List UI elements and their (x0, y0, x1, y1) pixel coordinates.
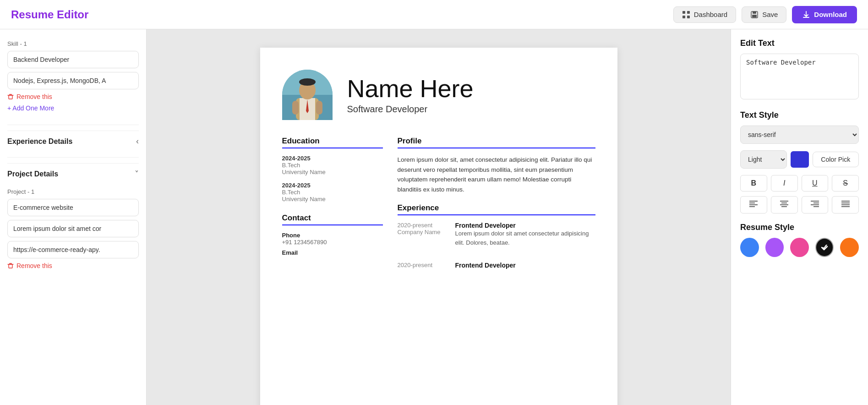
profile-text[interactable]: Lorem ipsum dolor sit, amet consectetur … (398, 155, 595, 194)
underline-button[interactable]: U (802, 175, 829, 192)
style-pink-button[interactable] (790, 238, 809, 257)
italic-button[interactable]: I (771, 175, 798, 192)
svg-rect-7 (9, 95, 12, 99)
exp-desc-1: Lorem ipsum dolor sit amet consectetur a… (455, 229, 595, 247)
color-pick-button[interactable]: Color Pick (813, 152, 859, 167)
phone-value: +91 1234567890 (282, 239, 383, 246)
person-avatar-svg (282, 70, 333, 120)
align-right-button[interactable] (802, 196, 829, 213)
right-panel: Edit Text Software Developer Text Style … (731, 29, 868, 405)
project-remove-button[interactable]: Remove this (7, 262, 52, 269)
exp-title-1: Frontend Developer (455, 222, 595, 229)
resume-style-title: Resume Style (740, 223, 859, 232)
resume-header: Name Here Software Developer (282, 70, 595, 120)
resume-paper: Name Here Software Developer Education 2… (260, 48, 617, 405)
trash-icon (7, 93, 14, 100)
resume-name-block: Name Here Software Developer (347, 75, 474, 115)
edu-year-1: 2024-2025 (282, 155, 383, 162)
avatar (282, 70, 333, 120)
email-label: Email (282, 249, 383, 256)
edit-text-title: Edit Text (740, 38, 859, 48)
color-swatch[interactable] (791, 151, 809, 168)
dashboard-button[interactable]: Dashboard (673, 6, 736, 23)
align-justify-button[interactable] (832, 196, 859, 213)
resume-canvas: Name Here Software Developer Education 2… (147, 29, 731, 405)
add-more-button[interactable]: + Add One More (7, 104, 54, 112)
education-heading[interactable]: Education (282, 137, 383, 148)
dashboard-icon (682, 11, 690, 19)
app-title: Resume Editor (11, 8, 88, 21)
skill-remove-label: Remove this (16, 93, 52, 100)
skill-name-input[interactable] (7, 51, 139, 68)
edu-school-2: University Name (282, 196, 383, 202)
text-format-row: B I U S (740, 175, 859, 192)
main-layout: Skill - 1 Remove this + Add One More Exp… (0, 29, 868, 405)
font-weight-row: Light Regular Bold Color Pick (740, 150, 859, 169)
style-black-button[interactable] (815, 238, 834, 257)
strikethrough-button[interactable]: S (832, 175, 859, 192)
style-blue-button[interactable] (740, 238, 759, 257)
project-section-header[interactable]: Project Details ˅ (7, 163, 139, 185)
edu-school-1: University Name (282, 169, 383, 175)
svg-rect-8 (9, 264, 12, 268)
style-purple-button[interactable] (765, 238, 784, 257)
align-right-icon (811, 200, 819, 208)
edu-entry-1: 2024-2025 B.Tech University Name (282, 155, 383, 175)
svg-rect-0 (682, 11, 685, 14)
font-family-select[interactable]: sans-serif serif monospace (740, 126, 859, 144)
align-left-button[interactable] (740, 196, 767, 213)
save-icon (750, 11, 759, 19)
align-center-button[interactable] (771, 196, 798, 213)
phone-label: Phone (282, 232, 383, 239)
experience-chevron-icon: ‹ (136, 137, 139, 146)
svg-rect-1 (687, 11, 690, 14)
align-left-icon (749, 200, 758, 208)
selected-check-icon (820, 243, 829, 252)
project-url-input[interactable] (7, 241, 139, 258)
font-weight-select[interactable]: Light Regular Bold (740, 150, 787, 169)
add-more-label: + Add One More (7, 104, 54, 112)
experience-section-header[interactable]: Experience Details ‹ (7, 131, 139, 152)
resume-name[interactable]: Name Here (347, 75, 474, 102)
resume-right-col: Profile Lorem ipsum dolor sit, amet cons… (398, 137, 595, 269)
align-justify-icon (841, 200, 850, 208)
header-actions: Dashboard Save Download (673, 6, 857, 23)
svg-rect-16 (292, 101, 299, 115)
project-section-title: Project Details (7, 170, 58, 178)
align-center-icon (780, 200, 788, 208)
edu-degree-2: B.Tech (282, 189, 383, 196)
edit-text-textarea[interactable]: Software Developer (740, 54, 859, 99)
skill-desc-input[interactable] (7, 72, 139, 89)
experience-section-title: Experience Details (7, 137, 72, 146)
color-pick-label: Color Pick (821, 156, 850, 163)
save-button[interactable]: Save (742, 6, 786, 23)
profile-heading[interactable]: Profile (398, 137, 595, 148)
project-name-input[interactable] (7, 199, 139, 216)
bold-button[interactable]: B (740, 175, 767, 192)
project-remove-label: Remove this (16, 262, 52, 269)
exp-entry-1: 2020-present Company Name Frontend Devel… (398, 222, 595, 254)
resume-left-col: Education 2024-2025 B.Tech University Na… (282, 137, 383, 269)
svg-rect-2 (682, 16, 685, 18)
exp-title-2: Frontend Developer (455, 262, 516, 269)
resume-job-title[interactable]: Software Developer (347, 104, 474, 115)
skill-remove-button[interactable]: Remove this (7, 93, 52, 100)
resume-style-circles (740, 238, 859, 257)
project-desc-input[interactable] (7, 220, 139, 237)
download-button[interactable]: Download (792, 6, 857, 23)
exp-period-1: 2020-present (398, 222, 448, 229)
resume-body: Education 2024-2025 B.Tech University Na… (282, 137, 595, 269)
save-label: Save (762, 11, 778, 18)
svg-rect-17 (316, 101, 322, 115)
style-orange-button[interactable] (840, 238, 859, 257)
contact-heading[interactable]: Contact (282, 213, 383, 225)
skill-section-label: Skill - 1 (7, 40, 139, 47)
download-icon (802, 11, 810, 19)
svg-rect-6 (752, 15, 757, 17)
project-chevron-icon: ˅ (135, 169, 139, 179)
download-label: Download (814, 11, 847, 18)
text-align-row (740, 196, 859, 213)
exp-period-2: 2020-present (398, 262, 448, 268)
experience-heading[interactable]: Experience (398, 203, 595, 215)
edu-degree-1: B.Tech (282, 162, 383, 169)
